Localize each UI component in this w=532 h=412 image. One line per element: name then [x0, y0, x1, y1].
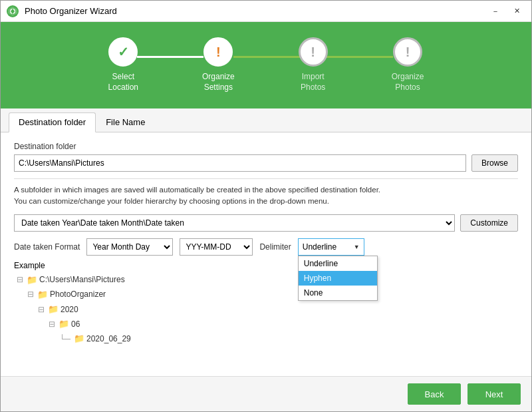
step-import-photos: ! ImportPhotos — [299, 37, 328, 93]
tree-text-4: 06 — [71, 317, 80, 331]
tab-destination-folder[interactable]: Destination folder — [9, 112, 96, 132]
bottom-bar: Back Next — [1, 376, 531, 411]
step-label-4: OrganizePhotos — [392, 72, 424, 93]
app-icon — [6, 5, 19, 18]
file-tree: ⊟ 📁 C:\Users\Mansi\Pictures ⊟ 📁 PhotoOrg… — [17, 273, 518, 346]
tree-item-1: ⊟ 📁 C:\Users\Mansi\Pictures — [17, 273, 518, 288]
app-title: Photo Organizer Wizard — [25, 6, 486, 16]
connector-1 — [137, 56, 203, 58]
delimiter-option-underline[interactable]: Underline — [299, 256, 377, 271]
wizard-steps: ✓ SelectLocation ! OrganizeSettings ! Im… — [66, 37, 466, 93]
tree-text-5: 2020_06_29 — [86, 332, 131, 345]
step-circle-2: ! — [203, 37, 233, 67]
connector-2 — [233, 56, 300, 58]
step-circle-4: ! — [393, 37, 422, 67]
info-text: A subfolder in which images are saved wi… — [14, 178, 518, 208]
tree-line-1: ⊟ — [17, 273, 23, 286]
content-area: Destination folder Browse A subfolder in… — [1, 132, 531, 376]
window-controls: − ✕ — [486, 5, 526, 18]
folder-icon-5: 📁 — [74, 331, 84, 346]
tab-bar: Destination folder File Name — [1, 108, 531, 132]
tree-item-2: ⊟ 📁 PhotoOrganizer — [27, 288, 518, 302]
app-window: Photo Organizer Wizard − ✕ ✓ SelectLocat… — [0, 0, 532, 412]
date-format-dropdown[interactable]: Year Month Day Month Day Year Day Month … — [86, 238, 173, 256]
tree-line-4: ⊟ — [49, 317, 55, 331]
delimiter-option-none[interactable]: None — [299, 286, 377, 300]
connector-3 — [327, 56, 393, 58]
date-format-dropdown-container: Year Month Day Month Day Year Day Month … — [86, 238, 173, 256]
step-organize-photos: ! OrganizePhotos — [392, 37, 424, 93]
step-select-location: ✓ SelectLocation — [108, 37, 138, 93]
tab-file-name[interactable]: File Name — [96, 112, 155, 132]
delimiter-arrow-icon: ▼ — [354, 244, 360, 250]
delimiter-popup: Underline Hyphen None — [298, 256, 378, 301]
main-content: Destination folder File Name Destination… — [1, 108, 531, 411]
destination-folder-row: Browse — [14, 154, 518, 172]
title-bar: Photo Organizer Wizard − ✕ — [1, 1, 531, 22]
tree-text-1: C:\Users\Mansi\Pictures — [39, 273, 125, 286]
delimiter-option-hyphen[interactable]: Hyphen — [299, 271, 377, 286]
folder-icon-3: 📁 — [48, 302, 59, 317]
tree-line-5: └─ — [59, 332, 70, 345]
close-button[interactable]: ✕ — [507, 5, 526, 18]
destination-folder-label: Destination folder — [14, 142, 518, 151]
date-pattern-dropdown-container: YYY-MM-DD YYYY-MM-DD DD-MM-YYYY — [180, 238, 253, 256]
delimiter-wrapper: Underline ▼ Underline Hyphen None — [298, 238, 364, 256]
next-button[interactable]: Next — [467, 383, 521, 405]
step-label-2: OrganizeSettings — [202, 72, 235, 93]
tree-item-3: ⊟ 📁 2020 — [38, 302, 518, 317]
delimiter-value: Underline — [303, 242, 354, 252]
delimiter-label: Delimiter — [259, 242, 291, 252]
step-label-3: ImportPhotos — [301, 72, 325, 93]
tree-item-4: ⊟ 📁 06 — [49, 317, 518, 331]
step-label-1: SelectLocation — [108, 72, 138, 93]
tree-line-3: ⊟ — [38, 303, 45, 316]
tree-line-2: ⊟ — [27, 288, 34, 301]
wizard-header: ✓ SelectLocation ! OrganizeSettings ! Im… — [1, 22, 531, 108]
delimiter-dropdown-trigger[interactable]: Underline ▼ — [298, 238, 364, 256]
step-circle-1: ✓ — [108, 37, 138, 67]
tree-text-3: 2020 — [61, 303, 78, 316]
format-row: Date taken Format Year Month Day Month D… — [14, 238, 518, 256]
folder-icon-2: 📁 — [37, 288, 48, 302]
tree-text-2: PhotoOrganizer — [50, 288, 106, 301]
customize-button[interactable]: Customize — [460, 214, 518, 232]
browse-button[interactable]: Browse — [471, 154, 518, 172]
example-section: Example ⊟ 📁 C:\Users\Mansi\Pictures ⊟ 📁 … — [14, 261, 518, 346]
destination-path-input[interactable] — [14, 154, 466, 172]
step-circle-3: ! — [299, 37, 328, 67]
back-button[interactable]: Back — [408, 383, 461, 405]
date-format-label: Date taken Format — [14, 242, 80, 252]
folder-icon-4: 📁 — [59, 317, 69, 331]
folder-icon-1: 📁 — [27, 273, 37, 288]
hierarchy-dropdown[interactable]: Date taken Year\Date taken Month\Date ta… — [14, 214, 455, 232]
minimize-button[interactable]: − — [486, 5, 505, 18]
hierarchy-row: Date taken Year\Date taken Month\Date ta… — [14, 214, 518, 232]
example-label: Example — [14, 261, 518, 270]
tree-item-5: └─ 📁 2020_06_29 — [59, 331, 518, 346]
step-organize-settings: ! OrganizeSettings — [202, 37, 235, 93]
date-pattern-dropdown[interactable]: YYY-MM-DD YYYY-MM-DD DD-MM-YYYY — [180, 238, 253, 256]
